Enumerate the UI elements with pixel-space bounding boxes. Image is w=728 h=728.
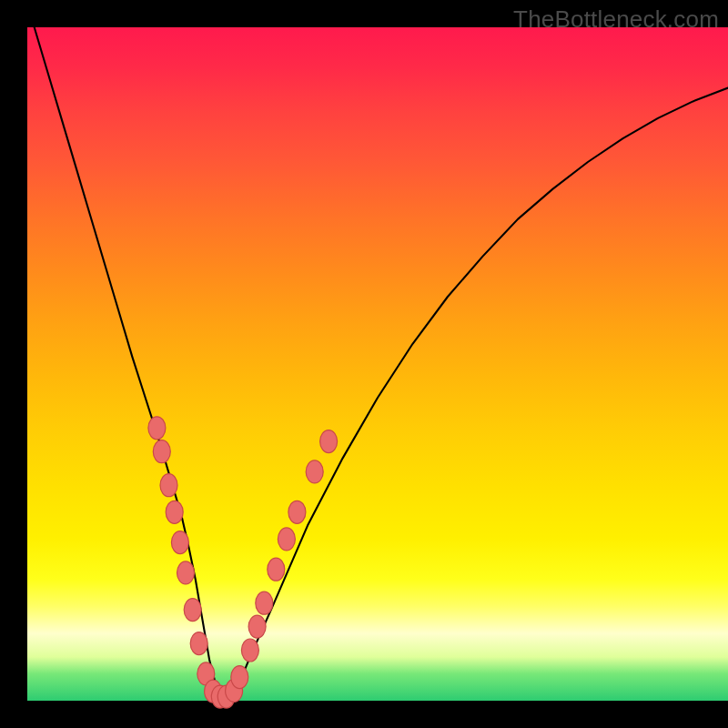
chart-frame: TheBottleneck.com: [0, 0, 728, 728]
curve-bead: [177, 561, 195, 584]
curve-bead: [241, 639, 258, 662]
curve-bead: [184, 599, 201, 622]
curve-bead: [231, 666, 248, 689]
curve-bead: [190, 632, 207, 655]
curve-bead: [153, 440, 170, 463]
curve-bead: [256, 592, 273, 614]
curve-bead: [166, 500, 183, 523]
curve-beads-group: [148, 417, 338, 708]
curve-bead: [320, 430, 338, 453]
curve-bead: [268, 558, 285, 581]
curve-bead: [248, 615, 266, 638]
chart-svg: [27, 27, 728, 701]
plot-area: [27, 27, 728, 701]
curve-bead: [171, 531, 188, 554]
curve-bead: [278, 528, 295, 551]
curve-bead: [306, 460, 323, 483]
curve-bead: [160, 474, 177, 497]
curve-bead: [288, 500, 306, 523]
curve-bead: [148, 417, 166, 440]
bottleneck-curve: [35, 27, 728, 697]
